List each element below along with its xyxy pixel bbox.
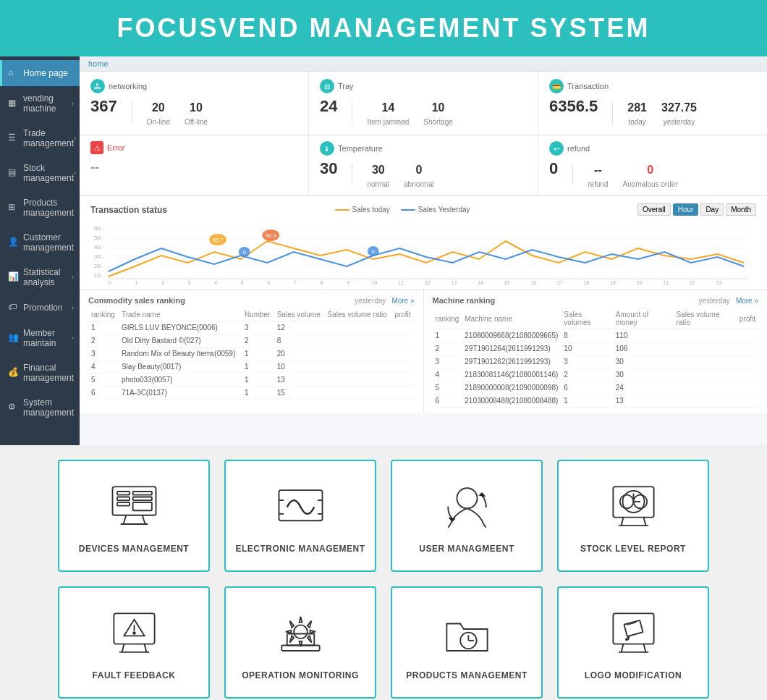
card-user[interactable]: USER MANAGMEENT	[391, 460, 543, 572]
svg-text:13: 13	[452, 280, 457, 284]
sidebar-item-statistical[interactable]: 📊 Statistical analysis ›	[0, 260, 80, 295]
legend-yesterday: Sales Yesterday	[401, 206, 470, 214]
system-icon: ⚙	[8, 402, 20, 413]
refund-val: -- refund	[588, 164, 608, 190]
error-label: Error	[107, 143, 124, 152]
chart-header: Transaction status Sales today Sales Yes…	[90, 203, 756, 216]
chart-area: Transaction status Sales today Sales Yes…	[80, 196, 767, 290]
svg-text:21: 21	[663, 280, 669, 284]
legend-today: Sales today	[335, 206, 390, 214]
card-stock[interactable]: STOCK LEVEL REPORT	[557, 460, 709, 572]
sidebar-item-stock[interactable]: ▤ Stock management ›	[0, 156, 80, 190]
svg-text:16: 16	[530, 280, 536, 284]
transaction-section: 💳 Transaction 6356.5 281 today 327.75 ye…	[538, 72, 767, 135]
stats-row-2: ⚠ Error -- 🌡 Temperature 30 30	[80, 135, 767, 196]
svg-text:10-: 10-	[94, 272, 103, 279]
machine-more[interactable]: More »	[736, 297, 758, 305]
refund-total: 0	[549, 159, 558, 178]
card-operation[interactable]: OPERATION MONITORING	[224, 586, 376, 699]
temperature-section: 🌡 Temperature 30 30 normal 0 abnormal	[309, 135, 538, 195]
col-sales-ratio: Sales volume ratio	[325, 308, 392, 321]
col-number: Number	[242, 308, 274, 321]
networking-icon: 🖧	[90, 79, 105, 93]
chevron-icon: ›	[74, 135, 76, 142]
sidebar-item-promotion[interactable]: 🏷 Promotion ›	[0, 295, 80, 321]
legend-today-dot	[335, 209, 349, 211]
col-ranking: ranking	[88, 308, 119, 321]
svg-line-87	[643, 644, 645, 652]
networking-total: 367	[90, 97, 117, 116]
svg-text:18: 18	[584, 280, 590, 284]
tray-header: ⊟ Tray	[320, 79, 527, 93]
sidebar-item-home[interactable]: ⌂ Home page	[0, 60, 80, 86]
commodity-table-section: Commodity sales ranking yesterday More »…	[80, 290, 424, 413]
col-ranking: ranking	[433, 308, 462, 329]
card-devices[interactable]: DEVICES MANAGEMENT	[58, 460, 210, 572]
svg-text:0: 0	[109, 280, 111, 284]
sidebar-item-vending[interactable]: ▦ vending machine ›	[0, 86, 80, 121]
legend-yesterday-dot	[401, 209, 415, 211]
error-section: ⚠ Error --	[80, 135, 309, 195]
card-user-label: USER MANAGMEENT	[419, 544, 514, 554]
temperature-total: 30	[320, 159, 337, 178]
card-logo[interactable]: LOGO MODIFICATION	[557, 586, 709, 699]
card-fault-label: FAULT FEEDBACK	[93, 670, 176, 680]
table-row: 3Random Mix of Beauty Items(0059)120	[88, 347, 415, 360]
error-value: --	[90, 160, 297, 175]
divider	[572, 164, 573, 185]
col-sales-volumes: Sales volumes	[561, 308, 612, 329]
networking-label: networking	[109, 82, 147, 90]
temperature-numbers: 30 30 normal 0 abnormal	[320, 159, 527, 190]
svg-line-74	[144, 644, 146, 652]
svg-text:1: 1	[135, 280, 137, 284]
cards-row-1: DEVICES MANAGEMENT ELECTRONIC MANAGEMENT	[29, 460, 738, 572]
sidebar-item-label: vending machine	[23, 93, 72, 114]
col-trade-name: Trade name	[119, 308, 242, 321]
table-row: 521890000008(21090000098)624	[433, 381, 759, 395]
sidebar-item-customer[interactable]: 👤 Customer management	[0, 225, 80, 260]
svg-text:50-: 50-	[94, 235, 103, 241]
svg-point-78	[133, 632, 135, 634]
card-electronic[interactable]: ELECTRONIC MANAGEMENT	[224, 460, 376, 572]
commodity-more[interactable]: More »	[391, 297, 414, 305]
svg-text:60-: 60-	[94, 225, 103, 232]
svg-rect-53	[132, 497, 151, 500]
svg-rect-51	[117, 502, 130, 506]
home-icon: ⌂	[8, 67, 20, 79]
refund-anomalous: 0 Anomalous order	[623, 164, 678, 190]
sidebar-item-system[interactable]: ⚙ System management	[0, 390, 80, 425]
table-row: 671A-3C(0137)115	[88, 387, 415, 400]
sidebar-item-member[interactable]: 👥 Member maintain ›	[0, 321, 80, 355]
card-products[interactable]: PRODUCTS MANAGEMENT	[391, 586, 543, 699]
tray-icon: ⊟	[320, 79, 334, 93]
chevron-icon: ›	[72, 304, 74, 311]
sidebar-item-financial[interactable]: 💰 Financal management	[0, 355, 80, 390]
table-row: 329T1901262(2611991293)330	[433, 355, 759, 368]
machine-table: ranking Machine name Sales volumes Amoun…	[433, 308, 759, 408]
sidebar-item-trade[interactable]: ☰ Trade management ›	[0, 121, 80, 156]
table-row: 4Slay Beauty(0017)110	[88, 360, 415, 374]
networking-online: 20 On-line	[147, 101, 170, 127]
table-row: 5photo033(0057)113	[88, 374, 415, 387]
divider	[352, 101, 352, 123]
logo-icon	[604, 605, 662, 663]
sidebar-item-label: Promotion	[23, 303, 63, 313]
tab-month[interactable]: Month	[726, 203, 756, 216]
customer-icon: 👤	[8, 237, 20, 248]
sidebar-item-products[interactable]: ⊞ Products management	[0, 190, 80, 225]
tab-day[interactable]: Day	[700, 203, 724, 216]
svg-line-65	[643, 518, 645, 526]
tray-jammed: 14 Item jammed	[367, 101, 409, 127]
tab-hour[interactable]: Hour	[673, 203, 699, 216]
svg-text:36.7: 36.7	[212, 237, 224, 243]
devices-icon	[105, 478, 163, 536]
refund-header: ↩ refund	[549, 141, 756, 156]
card-fault[interactable]: FAULT FEEDBACK	[58, 586, 210, 699]
tables-row: Commodity sales ranking yesterday More »…	[80, 290, 767, 413]
svg-text:7: 7	[294, 280, 297, 284]
svg-text:5: 5	[241, 280, 244, 284]
col-ratio: Sales volume ratio	[673, 308, 736, 329]
breadcrumb-link[interactable]: home	[88, 59, 109, 68]
temperature-icon: 🌡	[320, 141, 334, 156]
tab-overall[interactable]: Overall	[637, 203, 671, 216]
